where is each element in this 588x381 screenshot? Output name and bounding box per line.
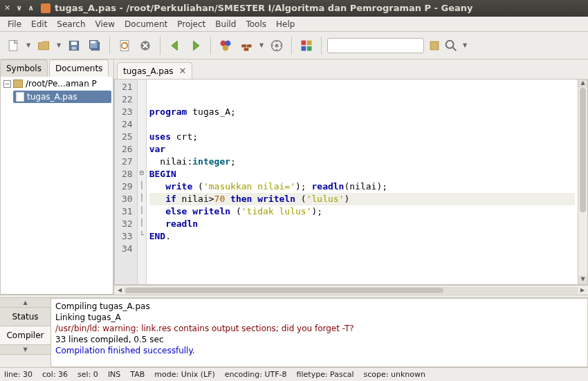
editor-tab-label: tugas_A.pas [123, 66, 174, 76]
search-dropdown[interactable]: ▼ [461, 42, 468, 48]
menubar: File Edit Search View Document Project B… [0, 17, 588, 32]
menu-view[interactable]: View [91, 18, 120, 30]
svg-point-25 [446, 40, 454, 48]
folder-icon [13, 80, 23, 88]
compiler-output[interactable]: Compiling tugas_A.pasLinking tugas_A/usr… [51, 298, 588, 367]
scroll-right-icon[interactable]: ▶ [578, 287, 587, 293]
panel-scroll-up[interactable]: ▲ [0, 298, 50, 308]
compiler-message[interactable]: /usr/bin/ld: warning: link.res contains … [55, 323, 583, 334]
close-icon[interactable]: ✕ [179, 66, 187, 76]
status-line: line: 30 [4, 370, 33, 379]
search-input[interactable] [327, 38, 424, 53]
window-title: tugas_A.pas - /root/Perkuliahan/SMESTER … [55, 3, 472, 13]
panel-scroll-down[interactable]: ▼ [0, 345, 50, 355]
tree-folder[interactable]: − /root/Pe...aman P [2, 78, 111, 89]
build-button[interactable] [237, 36, 255, 55]
svg-rect-20 [302, 40, 306, 45]
menu-help[interactable]: Help [271, 18, 300, 30]
menu-search[interactable]: Search [52, 18, 90, 30]
window-close-icon[interactable]: ✕ [4, 3, 10, 12]
svg-rect-15 [241, 44, 246, 47]
compiler-message[interactable]: Compilation finished successfully. [55, 345, 583, 356]
sidebar: Symbols Documents − /root/Pe...aman P tu… [0, 59, 114, 295]
menu-tools[interactable]: Tools [241, 18, 271, 30]
tree-folder-label: /root/Pe...aman P [26, 79, 97, 89]
status-scope: scope: unknown [364, 370, 425, 379]
search-go-icon[interactable] [428, 39, 441, 52]
tree-file[interactable]: tugas_A.pas [13, 91, 111, 103]
new-file-button[interactable] [4, 36, 22, 55]
statusbar: line: 30 col: 36 sel: 0 INS TAB mode: Un… [0, 367, 588, 381]
fold-column[interactable]: ⊟││││└ [137, 80, 147, 284]
window-maximize-icon[interactable]: ∧ [28, 3, 34, 12]
message-panel: ▲ Status Compiler ▼ Compiling tugas_A.pa… [0, 298, 588, 367]
vertical-scrollbar[interactable]: ▲ ▼ [578, 80, 587, 284]
run-button[interactable] [268, 36, 286, 55]
svg-point-19 [275, 44, 279, 47]
menu-edit[interactable]: Edit [26, 18, 52, 30]
status-encoding: encoding: UTF-8 [225, 370, 287, 379]
save-all-button[interactable] [86, 36, 104, 55]
svg-rect-17 [244, 48, 249, 50]
compiler-message[interactable]: 33 lines compiled, 0.5 sec [55, 334, 583, 345]
line-number-gutter: 2122232425262728293031323334 [115, 80, 137, 284]
code-editor[interactable]: 2122232425262728293031323334 ⊟││││└ prog… [114, 79, 588, 285]
svg-rect-7 [91, 41, 95, 43]
hscroll-thumb[interactable] [125, 288, 443, 293]
svg-line-26 [453, 47, 457, 50]
save-button[interactable] [65, 36, 83, 55]
compiler-message[interactable]: Compiling tugas_A.pas [55, 301, 583, 312]
status-tab[interactable]: TAB [130, 370, 145, 379]
search-icon[interactable] [443, 38, 459, 53]
scroll-left-icon[interactable]: ◀ [116, 287, 124, 293]
status-col: col: 36 [42, 370, 68, 379]
tree-collapse-icon[interactable]: − [3, 80, 11, 88]
open-file-button[interactable] [35, 36, 53, 55]
new-file-dropdown[interactable]: ▼ [25, 42, 32, 48]
titlebar: ✕ ∨ ∧ tugas_A.pas - /root/Perkuliahan/SM… [0, 0, 588, 17]
svg-point-14 [223, 45, 228, 50]
status-filetype: filetype: Pascal [297, 370, 354, 379]
color-button[interactable] [297, 36, 315, 55]
build-dropdown[interactable]: ▼ [258, 42, 265, 48]
svg-rect-23 [307, 46, 312, 50]
svg-rect-24 [430, 41, 439, 50]
svg-rect-16 [247, 44, 252, 47]
window-minimize-icon[interactable]: ∨ [16, 3, 22, 12]
status-sel: sel: 0 [77, 370, 98, 379]
tree-file-label: tugas_A.pas [27, 92, 77, 102]
status-ins[interactable]: INS [108, 370, 120, 379]
menu-project[interactable]: Project [172, 18, 210, 30]
svg-rect-3 [71, 41, 77, 45]
scroll-up-icon[interactable]: ▲ [578, 80, 587, 88]
panel-tab-status[interactable]: Status [0, 308, 50, 326]
compiler-message[interactable]: Linking tugas_A [55, 312, 583, 323]
menu-file[interactable]: File [3, 18, 26, 30]
file-icon [16, 92, 24, 102]
scroll-thumb[interactable] [580, 88, 586, 212]
sidebar-tab-symbols[interactable]: Symbols [0, 59, 48, 77]
nav-back-button[interactable] [166, 36, 184, 55]
editor-tab[interactable]: tugas_A.pas ✕ [117, 62, 192, 79]
open-file-dropdown[interactable]: ▼ [55, 42, 62, 48]
app-icon [41, 3, 50, 13]
svg-rect-22 [302, 46, 306, 50]
nav-forward-button[interactable] [187, 36, 205, 55]
panel-tab-compiler[interactable]: Compiler [0, 326, 50, 345]
status-mode: mode: Unix (LF) [154, 370, 215, 379]
svg-rect-4 [72, 46, 77, 49]
menu-build[interactable]: Build [210, 18, 241, 30]
menu-document[interactable]: Document [120, 18, 172, 30]
scroll-down-icon[interactable]: ▼ [578, 276, 587, 284]
svg-rect-21 [307, 40, 312, 45]
toolbar: ▼ ▼ ▼ ▼ [0, 32, 588, 59]
close-button[interactable] [136, 36, 154, 55]
code-content[interactable]: program tugas_A; uses crt;var nilai:inte… [147, 80, 578, 284]
reload-button[interactable] [116, 36, 134, 55]
horizontal-scrollbar[interactable]: ◀ ▶ [114, 285, 588, 295]
compile-button[interactable] [217, 36, 235, 55]
sidebar-tab-documents[interactable]: Documents [49, 59, 109, 77]
